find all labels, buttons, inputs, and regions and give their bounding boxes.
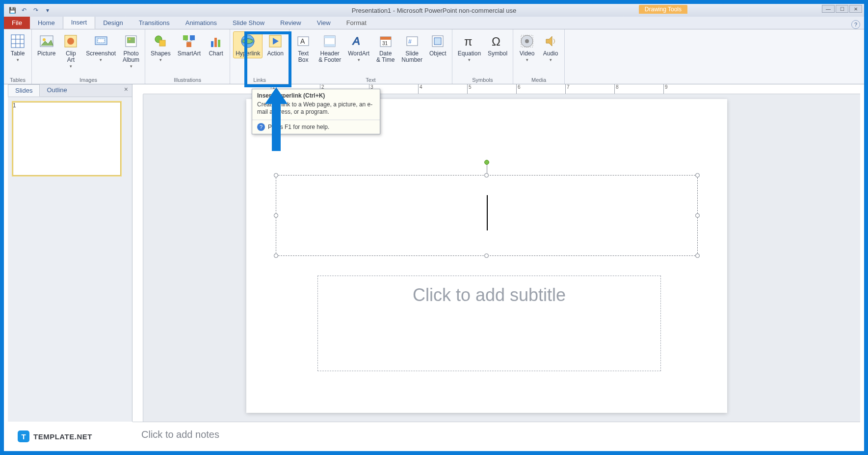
equation-button[interactable]: πEquation bbox=[455, 31, 483, 65]
tab-insert[interactable]: Insert bbox=[63, 16, 96, 29]
smartart-button[interactable]: SmartArt bbox=[175, 31, 203, 58]
clipart-button[interactable]: Clip Art bbox=[60, 31, 81, 71]
vertical-ruler bbox=[132, 94, 143, 422]
resize-handle[interactable] bbox=[274, 213, 278, 218]
textbox-button[interactable]: AText Box bbox=[292, 31, 314, 65]
slide-thumbnail-1[interactable] bbox=[13, 102, 121, 176]
resize-handle[interactable] bbox=[274, 173, 278, 177]
resize-handle[interactable] bbox=[695, 213, 700, 218]
context-tab-drawing-tools[interactable]: Drawing Tools bbox=[639, 5, 687, 14]
thumbnail-number: 1 bbox=[13, 102, 16, 109]
svg-text:Ω: Ω bbox=[492, 35, 500, 48]
svg-rect-0 bbox=[11, 35, 24, 48]
action-button[interactable]: Action bbox=[264, 31, 286, 58]
svg-point-44 bbox=[525, 39, 529, 43]
svg-rect-35 bbox=[380, 37, 391, 40]
help-icon[interactable]: ? bbox=[851, 20, 860, 29]
symbol-button[interactable]: ΩSymbol bbox=[485, 31, 510, 58]
tab-design[interactable]: Design bbox=[95, 17, 131, 29]
video-button[interactable]: Video bbox=[516, 31, 538, 65]
hyperlink-tooltip: Insert Hyperlink (Ctrl+K) Create a link … bbox=[252, 89, 380, 134]
ruler-tick: 7 bbox=[565, 84, 570, 94]
datetime-icon: 31 bbox=[377, 33, 394, 50]
audio-icon bbox=[542, 33, 559, 50]
window-controls: — ☐ ✕ bbox=[822, 5, 862, 13]
group-images: Picture Clip Art Screenshot Photo Album … bbox=[32, 29, 145, 84]
tab-transitions[interactable]: Transitions bbox=[131, 17, 178, 29]
svg-text:π: π bbox=[464, 35, 473, 48]
svg-rect-12 bbox=[127, 37, 135, 43]
minimize-button[interactable]: — bbox=[822, 5, 835, 13]
picture-icon bbox=[38, 33, 55, 50]
tab-animations[interactable]: Animations bbox=[178, 17, 225, 29]
chart-button[interactable]: Chart bbox=[205, 31, 227, 58]
clipart-icon bbox=[62, 33, 79, 50]
headerfooter-icon bbox=[321, 33, 338, 50]
resize-handle[interactable] bbox=[274, 253, 278, 258]
resize-handle[interactable] bbox=[484, 173, 489, 177]
svg-point-8 bbox=[67, 38, 74, 45]
subtitle-placeholder[interactable]: Click to add subtitle bbox=[317, 276, 661, 371]
svg-rect-16 bbox=[183, 35, 188, 40]
help-icon: ? bbox=[257, 123, 265, 131]
title-placeholder[interactable] bbox=[276, 175, 698, 256]
svg-text:A: A bbox=[300, 37, 305, 45]
outline-tab[interactable]: Outline bbox=[40, 84, 74, 97]
rotation-handle[interactable] bbox=[484, 160, 489, 165]
shapes-icon bbox=[152, 33, 169, 50]
textbox-icon: A bbox=[295, 33, 312, 50]
picture-button[interactable]: Picture bbox=[35, 31, 58, 58]
ruler-tick: 5 bbox=[467, 84, 472, 94]
ruler-tick: 6 bbox=[516, 84, 521, 94]
svg-rect-10 bbox=[98, 39, 105, 43]
slide-canvas[interactable]: Click to add subtitle bbox=[246, 99, 727, 413]
qat-redo-icon[interactable]: ↷ bbox=[31, 6, 40, 15]
close-panel-icon[interactable]: × bbox=[120, 84, 132, 97]
tab-review[interactable]: Review bbox=[272, 17, 309, 29]
slides-tab[interactable]: Slides bbox=[8, 84, 40, 97]
horizontal-ruler: 123456789 bbox=[143, 84, 860, 94]
quick-access-toolbar: 💾 ↶ ↷ ▾ bbox=[4, 6, 52, 15]
audio-button[interactable]: Audio bbox=[540, 31, 561, 65]
svg-point-6 bbox=[43, 38, 46, 41]
tab-home[interactable]: Home bbox=[30, 17, 63, 29]
wordart-button[interactable]: AWordArt bbox=[345, 31, 372, 65]
resize-handle[interactable] bbox=[695, 173, 700, 177]
qat-undo-icon[interactable]: ↶ bbox=[20, 6, 28, 15]
headerfooter-button[interactable]: Header & Footer bbox=[316, 31, 343, 65]
tooltip-help: ? Press F1 for more help. bbox=[252, 120, 380, 134]
group-illustrations: Shapes SmartArt Chart Illustrations bbox=[145, 29, 230, 84]
qat-dropdown-icon[interactable]: ▾ bbox=[43, 6, 52, 15]
table-button[interactable]: Table bbox=[7, 31, 28, 65]
close-button[interactable]: ✕ bbox=[849, 5, 862, 13]
svg-rect-32 bbox=[324, 44, 335, 47]
svg-rect-15 bbox=[159, 40, 165, 46]
watermark: T TEMPLATE.NET bbox=[18, 430, 92, 442]
svg-line-19 bbox=[185, 40, 189, 42]
slidenumber-button[interactable]: #Slide Number bbox=[399, 31, 425, 65]
svg-text:A: A bbox=[352, 35, 360, 47]
tab-format[interactable]: Format bbox=[339, 17, 374, 29]
resize-handle[interactable] bbox=[484, 253, 489, 258]
wordart-icon: A bbox=[350, 33, 367, 50]
hyperlink-button[interactable]: Hyperlink bbox=[233, 31, 263, 58]
slidenumber-icon: # bbox=[404, 33, 421, 50]
photoalbum-button[interactable]: Photo Album bbox=[120, 31, 142, 71]
maximize-button[interactable]: ☐ bbox=[836, 5, 848, 13]
object-button[interactable]: Object bbox=[427, 31, 449, 58]
shapes-button[interactable]: Shapes bbox=[148, 31, 173, 65]
equation-icon: π bbox=[461, 33, 477, 50]
resize-handle[interactable] bbox=[695, 253, 700, 258]
notes-pane[interactable]: Click to add notes bbox=[132, 422, 860, 447]
tab-slideshow[interactable]: Slide Show bbox=[225, 17, 272, 29]
screenshot-button[interactable]: Screenshot bbox=[83, 31, 118, 65]
window-title: Presentation1 - Microsoft PowerPoint non… bbox=[352, 7, 516, 14]
qat-save-icon[interactable]: 💾 bbox=[8, 6, 17, 15]
slide-editor[interactable]: Click to add subtitle bbox=[143, 94, 860, 422]
tab-view[interactable]: View bbox=[309, 17, 339, 29]
ribbon-tabs: File Home Insert Design Transitions Anim… bbox=[4, 17, 864, 29]
tab-file[interactable]: File bbox=[4, 17, 30, 29]
datetime-button[interactable]: 31Date & Time bbox=[374, 31, 397, 65]
action-icon bbox=[267, 33, 284, 50]
object-icon bbox=[429, 33, 446, 50]
